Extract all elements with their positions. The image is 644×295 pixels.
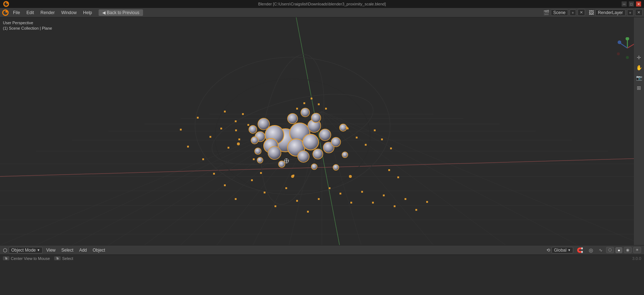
svg-rect-46 — [224, 111, 226, 112]
cursor-tool-icon[interactable]: ✛ — [635, 54, 643, 61]
svg-rect-81 — [253, 158, 255, 160]
transform-orientation-dropdown[interactable]: Global ▼ — [552, 247, 574, 253]
solid-shading-button[interactable]: ● — [615, 247, 622, 253]
proportional-edit-icon[interactable]: ◎ — [587, 247, 595, 253]
svg-rect-77 — [381, 138, 383, 140]
object-mode-label: Object Mode — [11, 248, 36, 253]
svg-point-119 — [291, 175, 294, 178]
renderlayer-delete-button[interactable]: ✕ — [635, 9, 643, 16]
svg-rect-69 — [394, 205, 396, 207]
svg-rect-78 — [390, 148, 392, 149]
svg-point-105 — [313, 149, 323, 159]
scene-new-button[interactable]: + — [570, 9, 576, 16]
svg-point-120 — [349, 175, 352, 178]
snap-icon[interactable]: 🧲 — [575, 247, 585, 253]
back-to-previous-button[interactable]: ◀ Back to Previous — [99, 9, 143, 16]
svg-point-128 — [618, 40, 621, 44]
close-button[interactable]: ✕ — [636, 1, 641, 7]
grid-icon[interactable]: ⊞ — [635, 84, 643, 92]
camera-icon[interactable]: 📷 — [635, 74, 643, 82]
svg-rect-87 — [318, 103, 320, 105]
renderlayer-new-button[interactable]: + — [627, 9, 634, 16]
scene-label: Scene — [553, 10, 566, 15]
svg-rect-68 — [383, 194, 385, 196]
viewport-3d[interactable]: User Perspective (1) Scene Collection | … — [0, 17, 644, 245]
svg-rect-82 — [260, 172, 262, 174]
svg-rect-63 — [329, 187, 330, 189]
svg-rect-84 — [296, 108, 298, 110]
svg-rect-80 — [397, 176, 399, 178]
proportional-falloff-icon[interactable]: ∿ — [597, 247, 605, 253]
renderlayer-label: RenderLayer — [598, 10, 623, 15]
orientation-chevron-icon: ▼ — [567, 248, 571, 252]
object-mode-dropdown[interactable]: Object Mode ▼ — [9, 247, 43, 253]
back-label: Back to Previous — [107, 10, 139, 15]
svg-rect-65 — [350, 202, 352, 204]
move-tool-icon[interactable]: ✋ — [635, 64, 643, 72]
minimize-button[interactable]: ─ — [622, 1, 627, 7]
svg-point-118 — [333, 164, 339, 170]
svg-rect-70 — [405, 198, 406, 200]
svg-point-104 — [298, 151, 309, 162]
svg-point-107 — [288, 114, 298, 124]
chevron-down-icon: ▼ — [37, 248, 40, 252]
menu-bar: File Edit Render Window Help ◀ Back to P… — [0, 8, 644, 17]
svg-rect-55 — [235, 198, 237, 200]
scene-field[interactable]: Scene — [551, 9, 568, 16]
svg-point-124 — [626, 37, 629, 40]
svg-point-99 — [319, 129, 331, 141]
topbar-right: 🎬 Scene + ✕ 🖼 RenderLayer + ✕ — [543, 9, 643, 16]
svg-rect-86 — [311, 98, 312, 99]
svg-point-121 — [237, 142, 240, 145]
svg-rect-56 — [251, 179, 253, 181]
blender-icon — [1, 9, 9, 17]
svg-rect-52 — [247, 124, 249, 126]
svg-point-2 — [7, 2, 8, 4]
menu-edit[interactable]: Edit — [23, 9, 37, 16]
scene-delete-button[interactable]: ✕ — [578, 9, 585, 16]
svg-rect-45 — [220, 128, 222, 129]
svg-rect-85 — [303, 102, 305, 104]
svg-point-101 — [258, 118, 269, 130]
svg-rect-79 — [388, 169, 390, 171]
view-menu[interactable]: View — [44, 247, 58, 253]
svg-point-110 — [249, 125, 257, 133]
window-title: Blender [C:\Users\Craigslist\Downloads\b… — [258, 2, 386, 6]
select-menu[interactable]: Select — [59, 247, 75, 253]
wireframe-shading-button[interactable]: ⬡ — [606, 247, 614, 253]
menu-file[interactable]: File — [10, 9, 23, 16]
menu-render[interactable]: Render — [38, 9, 57, 16]
svg-rect-42 — [187, 146, 189, 148]
svg-point-129 — [626, 56, 629, 59]
back-icon: ◀ — [102, 10, 105, 15]
svg-point-108 — [301, 108, 310, 117]
svg-point-111 — [251, 137, 258, 144]
object-menu[interactable]: Object — [90, 247, 107, 253]
svg-rect-75 — [365, 144, 367, 146]
rendered-shading-button[interactable]: ☀ — [633, 247, 641, 253]
svg-rect-51 — [242, 113, 244, 115]
transform-orientation-icon: ⟲ — [546, 248, 550, 253]
svg-point-115 — [342, 152, 348, 158]
menu-window[interactable]: Window — [58, 9, 79, 16]
renderlayer-icon: 🖼 — [589, 10, 594, 16]
svg-rect-60 — [296, 200, 298, 202]
maximize-button[interactable]: □ — [629, 1, 634, 7]
svg-point-117 — [311, 164, 317, 170]
mouse-icon: 🖱 — [3, 256, 9, 260]
svg-rect-62 — [318, 198, 320, 200]
viewport-shading-icon: ⬡ — [3, 247, 7, 253]
svg-rect-49 — [235, 129, 237, 131]
svg-point-122 — [346, 127, 348, 129]
menu-help[interactable]: Help — [80, 9, 95, 16]
renderlayer-field[interactable]: RenderLayer — [595, 9, 625, 16]
svg-rect-44 — [202, 158, 204, 160]
scene-icon: 🎬 — [543, 10, 549, 16]
add-menu[interactable]: Add — [77, 247, 89, 253]
svg-point-96 — [303, 134, 319, 150]
svg-rect-50 — [238, 138, 240, 140]
svg-rect-74 — [356, 137, 358, 138]
svg-rect-61 — [307, 211, 309, 213]
svg-point-109 — [311, 113, 321, 123]
material-shading-button[interactable]: ◉ — [624, 247, 632, 253]
